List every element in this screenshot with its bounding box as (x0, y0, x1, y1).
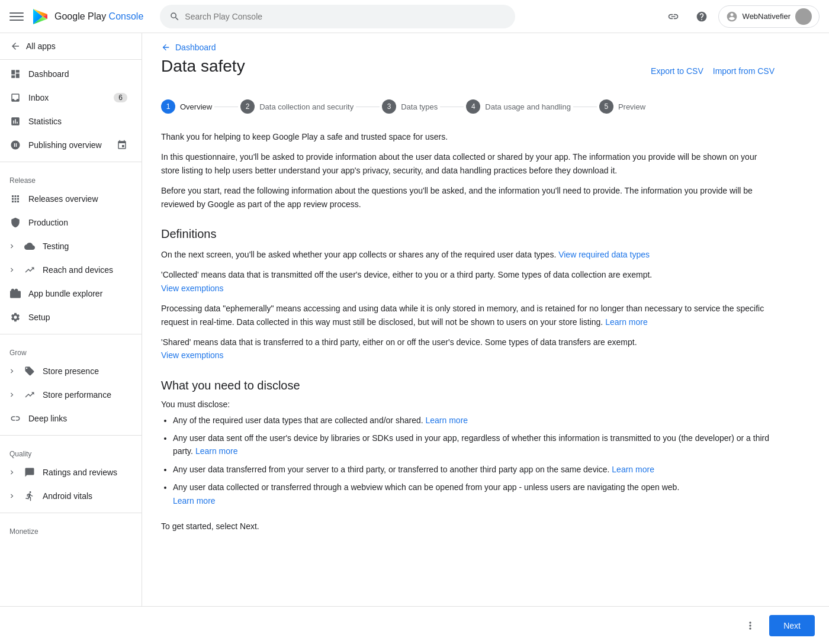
setup-label: Setup (28, 313, 50, 322)
sidebar-item-testing[interactable]: Testing (0, 234, 142, 258)
view-required-data-types-link[interactable]: View required data types (558, 250, 650, 259)
step-5-label: Preview (618, 102, 645, 111)
bullet-1: Any of the required user data types that… (173, 414, 775, 427)
export-csv-link[interactable]: Export to CSV (651, 66, 703, 76)
vitals-label: Android vitals (43, 491, 92, 501)
setup-icon (9, 311, 21, 323)
production-label: Production (28, 218, 68, 227)
breadcrumb-text: Dashboard (175, 43, 216, 52)
content-area: Dashboard Data safety Export to CSV Impo… (142, 33, 829, 606)
step-2-circle: 2 (240, 99, 255, 114)
bottom-bar: Next (0, 606, 829, 644)
more-options-button[interactable] (738, 614, 762, 637)
sidebar-item-production[interactable]: Production (0, 211, 137, 234)
quality-section-label: Quality (0, 440, 142, 461)
next-button[interactable]: Next (769, 615, 815, 636)
breadcrumb[interactable]: Dashboard (161, 33, 775, 57)
statistics-label: Statistics (28, 117, 62, 126)
content-inner: Dashboard Data safety Export to CSV Impo… (142, 33, 793, 550)
view-exemptions-link-2[interactable]: View exemptions (161, 350, 224, 360)
bullet-2: Any user data sent off the user's device… (173, 432, 775, 458)
sidebar-item-reach[interactable]: Reach and devices (0, 258, 142, 282)
topbar-brand-text: Google Play Console (54, 11, 143, 22)
learn-more-link-3[interactable]: Learn more (195, 446, 238, 456)
menu-icon[interactable] (9, 9, 24, 24)
ratings-label: Ratings and reviews (43, 468, 117, 477)
search-icon (169, 11, 180, 22)
steps-bar: 1 Overview 2 Data collection and securit… (161, 99, 775, 114)
sidebar-item-store-presence[interactable]: Store presence (0, 359, 142, 383)
sidebar-item-ratings[interactable]: Ratings and reviews (0, 461, 142, 484)
breadcrumb-arrow-icon (161, 43, 171, 52)
sidebar-item-bundle[interactable]: App bundle explorer (0, 282, 137, 305)
step-5-circle: 5 (599, 99, 613, 114)
import-csv-link[interactable]: Import from CSV (713, 66, 775, 76)
testing-expand-icon (7, 242, 17, 251)
definitions-para-1: On the next screen, you'll be asked whet… (161, 248, 775, 261)
all-apps-label: All apps (26, 41, 56, 51)
publishing-extra-icon (117, 140, 127, 150)
step-3[interactable]: 3 Data types (382, 99, 438, 114)
intro-para-1: Thank you for helping to keep Google Pla… (161, 130, 775, 143)
step-1[interactable]: 1 Overview (161, 99, 212, 114)
inbox-badge: 6 (114, 93, 127, 102)
learn-more-link-5[interactable]: Learn more (173, 496, 216, 505)
store-presence-expand-icon (7, 366, 17, 376)
help-icon[interactable] (690, 5, 714, 28)
view-exemptions-link-1[interactable]: View exemptions (161, 284, 224, 293)
disclose-intro: You must disclose: (161, 400, 775, 409)
store-performance-label: Store performance (43, 390, 111, 400)
production-icon (9, 217, 21, 228)
disclose-list: Any of the required user data types that… (161, 414, 775, 507)
logo[interactable]: Google Play Console (31, 7, 143, 26)
sidebar-item-deep-links[interactable]: Deep links (0, 407, 137, 430)
user-name: WebNativefier (743, 12, 791, 21)
store-performance-icon (24, 389, 36, 401)
step-4-circle: 4 (466, 99, 480, 114)
sidebar-item-dashboard[interactable]: Dashboard (0, 62, 137, 86)
search-input[interactable] (185, 12, 506, 21)
store-presence-label: Store presence (43, 366, 99, 376)
sidebar-item-statistics[interactable]: Statistics (0, 110, 137, 133)
learn-more-link-1[interactable]: Learn more (605, 317, 648, 327)
all-apps-link[interactable]: All apps (0, 33, 142, 60)
sidebar-divider-2 (0, 334, 142, 334)
sidebar-item-vitals[interactable]: Android vitals (0, 484, 142, 508)
link-icon[interactable] (661, 5, 685, 28)
monetize-section-label: Monetize (0, 518, 142, 538)
testing-icon (24, 240, 36, 252)
sidebar-item-setup[interactable]: Setup (0, 305, 137, 329)
step-2-label: Data collection and security (259, 102, 354, 111)
step-1-circle: 1 (161, 99, 175, 114)
vitals-icon (24, 490, 36, 502)
step-4[interactable]: 4 Data usage and handling (466, 99, 571, 114)
step-1-label: Overview (180, 102, 212, 111)
bundle-icon (9, 288, 21, 300)
step-2[interactable]: 2 Data collection and security (240, 99, 354, 114)
back-arrow-icon (9, 40, 21, 52)
reach-label: Reach and devices (43, 265, 113, 275)
sidebar-item-releases-overview[interactable]: Releases overview (0, 187, 137, 211)
step-5[interactable]: 5 Preview (599, 99, 645, 114)
learn-more-link-4[interactable]: Learn more (612, 465, 654, 474)
bullet-3: Any user data transferred from your serv… (173, 463, 775, 476)
sidebar-divider-1 (0, 162, 142, 162)
sidebar-item-store-performance[interactable]: Store performance (0, 383, 142, 407)
sidebar-divider-3 (0, 435, 142, 436)
step-3-circle: 3 (382, 99, 396, 114)
publishing-label: Publishing overview (28, 140, 102, 150)
vitals-expand-icon (7, 491, 17, 501)
reach-icon (24, 264, 36, 276)
ratings-icon (24, 466, 36, 478)
releases-icon (9, 193, 21, 205)
user-chip[interactable]: WebNativefier (718, 5, 820, 28)
sidebar-item-publishing[interactable]: Publishing overview (0, 133, 137, 157)
store-presence-icon (24, 365, 36, 377)
testing-label: Testing (43, 242, 69, 251)
sidebar-divider-4 (0, 513, 142, 513)
search-bar[interactable] (160, 5, 515, 28)
page-header-row: Data safety Export to CSV Import from CS… (161, 57, 775, 85)
sidebar-item-inbox[interactable]: Inbox 6 (0, 86, 137, 110)
bullet-4: Any user data collected or transferred t… (173, 481, 775, 507)
learn-more-link-2[interactable]: Learn more (425, 416, 468, 425)
